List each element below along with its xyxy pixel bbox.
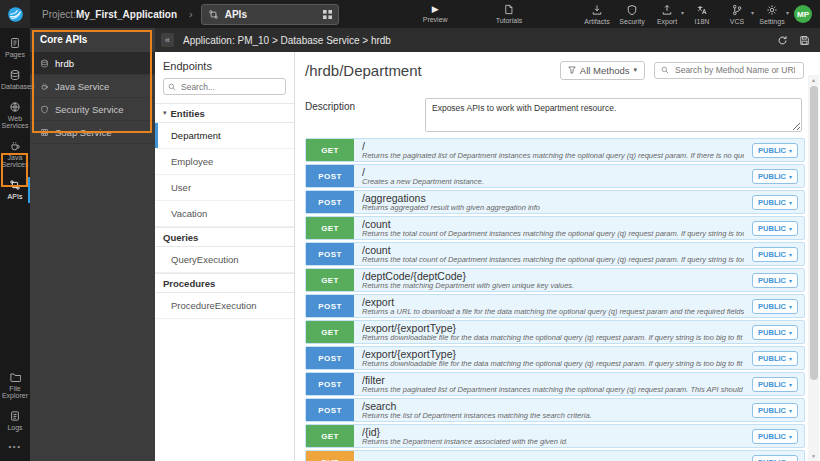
api-description: Returns the paginated list of Department… (362, 386, 744, 394)
endpoint-item[interactable]: QueryExecution (155, 247, 294, 273)
endpoint-item[interactable]: Vacation (155, 201, 294, 227)
soap-icon (40, 128, 49, 137)
description-textarea[interactable]: Exposes APIs to work with Department res… (425, 98, 802, 132)
access-dropdown[interactable]: PUBLIC ▾ (752, 299, 798, 314)
api-description: Returns the total count of Department in… (362, 256, 744, 264)
endpoint-item[interactable]: ProcedureExecution (155, 293, 294, 319)
endpoint-item[interactable]: Employee (155, 149, 294, 175)
access-dropdown[interactable]: PUBLIC ▾ (752, 377, 798, 392)
database-icon (40, 59, 49, 68)
api-row[interactable]: GET /{id} Returns the Department instanc… (305, 424, 805, 448)
method-badge: POST (306, 399, 354, 421)
core-api-item[interactable]: hrdb (30, 52, 155, 75)
access-dropdown[interactable]: PUBLIC ▾ (752, 325, 798, 340)
refresh-icon[interactable] (777, 35, 788, 46)
caret-down-icon: ▾ (789, 147, 792, 154)
scroll-down-arrow[interactable]: ▼ (808, 451, 819, 461)
rail-item[interactable]: APIs (0, 174, 30, 206)
topbar-tool-button[interactable]: I18N (688, 4, 716, 25)
api-description: Returns downloadable file for the data m… (362, 334, 744, 342)
topbar-tool-button[interactable]: ▾ VCS (723, 4, 751, 25)
endpoint-section-header[interactable]: Queries (155, 227, 294, 247)
method-search-input[interactable] (673, 64, 797, 76)
endpoint-item[interactable]: User (155, 175, 294, 201)
access-dropdown[interactable]: PUBLIC ▾ (752, 273, 798, 288)
scrollbar-thumb[interactable] (810, 86, 818, 380)
caret-down-icon: ▾ (789, 225, 792, 232)
vertical-scrollbar[interactable]: ▲ ▼ (808, 75, 819, 461)
api-path: /count (362, 219, 744, 229)
topbar-tool-button[interactable]: ▾ Export (653, 4, 681, 25)
method-badge: GET (306, 139, 354, 161)
rail-item[interactable]: ••• (0, 437, 30, 459)
filter-funnel-icon (568, 66, 576, 74)
search-icon (661, 66, 669, 74)
endpoint-section-header[interactable]: ▾ Entities (155, 103, 294, 123)
api-row[interactable]: GET / Returns the paginated list of Depa… (305, 138, 805, 162)
topbar-tool-button[interactable]: ▾ Settings (758, 4, 786, 25)
endpoints-search (163, 78, 286, 95)
methods-filter-dropdown[interactable]: All Methods ▾ (560, 61, 645, 80)
save-icon[interactable] (799, 35, 810, 46)
breadcrumb[interactable]: Application: PM_10 > Database Service > … (183, 35, 391, 46)
topbar-tool-button[interactable]: Security (618, 4, 646, 25)
access-dropdown[interactable]: PUBLIC ▾ (752, 143, 798, 158)
access-dropdown[interactable]: PUBLIC ▾ (752, 195, 798, 210)
api-row[interactable]: POST /filter Returns the paginated list … (305, 372, 805, 396)
method-badge: POST (306, 243, 354, 265)
caret-down-icon: ▾ (789, 199, 792, 206)
coffee-icon (9, 140, 21, 152)
api-row[interactable]: PUT PUBLIC ▾ (305, 450, 805, 461)
endpoints-sidebar: Endpoints ▾ Entities Department Emp (155, 52, 295, 461)
tutorials-button[interactable]: Tutorials (496, 4, 523, 24)
endpoint-section-header[interactable]: Procedures (155, 273, 294, 293)
api-row[interactable]: POST / Creates a new Department instance… (305, 164, 805, 188)
app-logo[interactable] (0, 0, 30, 28)
page-title: /hrdb/Department (305, 62, 560, 79)
resource-selector[interactable]: APIs (201, 4, 339, 25)
method-badge: GET (306, 269, 354, 291)
access-dropdown[interactable]: PUBLIC ▾ (752, 351, 798, 366)
access-dropdown[interactable]: PUBLIC ▾ (752, 403, 798, 418)
collapse-panel-button[interactable]: « (161, 33, 174, 47)
core-api-item[interactable]: Soap Service (30, 121, 155, 144)
coffee-icon (40, 82, 49, 91)
api-path: /export/{exportType} (362, 349, 744, 359)
rail-item[interactable]: Logs (0, 405, 30, 437)
endpoint-item[interactable]: Department (155, 123, 294, 149)
rail-item[interactable]: Pages (0, 32, 30, 64)
avatar[interactable]: MP (794, 5, 812, 23)
api-path: /search (362, 401, 744, 411)
endpoints-search-input[interactable] (179, 81, 281, 93)
rail-item[interactable]: Web Services (0, 96, 30, 135)
api-row[interactable]: POST /export Returns a URL to download a… (305, 294, 805, 318)
topbar-tool-button[interactable]: Artifacts (583, 4, 611, 25)
rail-item[interactable]: Java Services (0, 135, 30, 174)
api-row[interactable]: GET /count Returns the total count of De… (305, 216, 805, 240)
access-dropdown[interactable]: PUBLIC ▾ (752, 247, 798, 262)
api-row[interactable]: POST /aggregations Returns aggregated re… (305, 190, 805, 214)
access-dropdown[interactable]: PUBLIC ▾ (752, 169, 798, 184)
globe-icon (9, 101, 21, 113)
api-description: Returns the matching Department with giv… (362, 282, 744, 290)
method-badge: GET (306, 425, 354, 447)
api-row[interactable]: GET /deptCode/{deptCode} Returns the mat… (305, 268, 805, 292)
access-dropdown[interactable]: PUBLIC ▾ (752, 455, 798, 461)
api-row[interactable]: POST /search Returns the list of Departm… (305, 398, 805, 422)
api-row[interactable]: POST /export/{exportType} Returns downlo… (305, 346, 805, 370)
api-row[interactable]: GET /export/{exportType} Returns downloa… (305, 320, 805, 344)
core-api-item[interactable]: Security Service (30, 98, 155, 121)
access-dropdown[interactable]: PUBLIC ▾ (752, 221, 798, 236)
method-badge: POST (306, 347, 354, 369)
access-dropdown[interactable]: PUBLIC ▾ (752, 429, 798, 444)
download-icon (591, 4, 603, 16)
scroll-up-arrow[interactable]: ▲ (808, 75, 819, 85)
core-api-item[interactable]: Java Service (30, 75, 155, 98)
api-list: GET / Returns the paginated list of Depa… (305, 138, 805, 461)
api-description: Returns downloadable file for the data m… (362, 360, 744, 368)
rail-item[interactable]: Databases (0, 64, 30, 96)
rail-item[interactable]: File Explorer (0, 366, 30, 405)
preview-button[interactable]: ▶ Preview (423, 5, 448, 23)
shield-icon (626, 4, 638, 16)
api-row[interactable]: POST /count Returns the total count of D… (305, 242, 805, 266)
